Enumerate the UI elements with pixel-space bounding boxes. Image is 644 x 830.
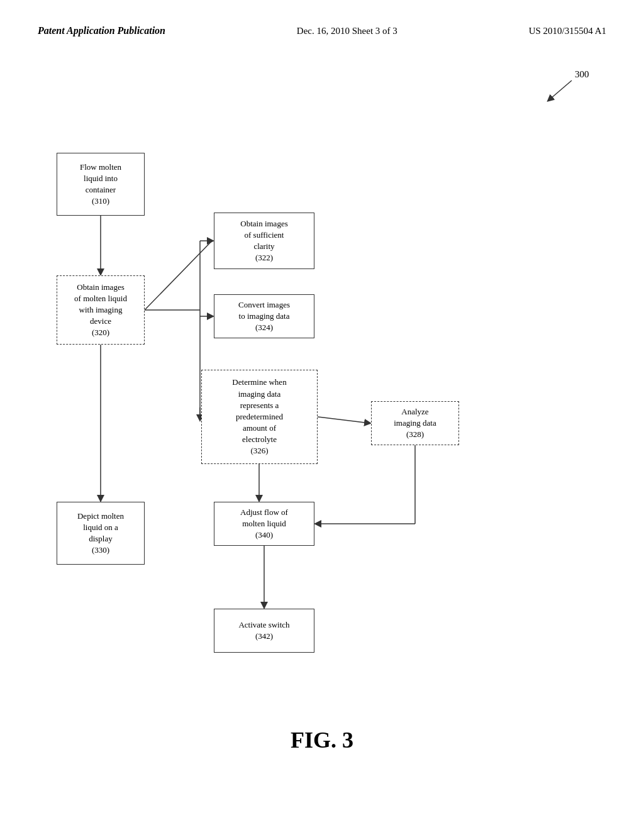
box-320: Obtain images of molten liquid with imag… — [57, 275, 145, 345]
svg-text:300: 300 — [575, 69, 589, 79]
figure-label: FIG. 3 — [291, 727, 353, 753]
header-date-sheet: Dec. 16, 2010 Sheet 3 of 3 — [297, 26, 397, 36]
header-publication-type: Patent Application Publication — [38, 25, 165, 36]
box-340: Adjust flow of molten liquid (340) — [214, 502, 314, 546]
svg-line-3 — [145, 241, 212, 310]
diagram-area: 300 — [0, 49, 644, 772]
box-324: Convert images to imaging data (324) — [214, 294, 314, 338]
box-322: Obtain images of sufficient clarity (322… — [214, 213, 314, 269]
box-328: Analyze imaging data (328) — [371, 401, 459, 445]
page-header: Patent Application Publication Dec. 16, … — [0, 0, 644, 49]
svg-line-1 — [550, 80, 572, 99]
header-patent-number: US 2010/315504 A1 — [529, 26, 606, 36]
diagram-number-svg: 300 — [531, 62, 606, 112]
box-310: Flow molten liquid into container (310) — [57, 153, 145, 216]
box-342: Activate switch (342) — [214, 609, 314, 653]
box-326: Determine when imaging data represents a… — [201, 370, 318, 464]
svg-line-12 — [318, 417, 370, 423]
box-330: Depict molten liquid on a display (330) — [57, 502, 145, 565]
